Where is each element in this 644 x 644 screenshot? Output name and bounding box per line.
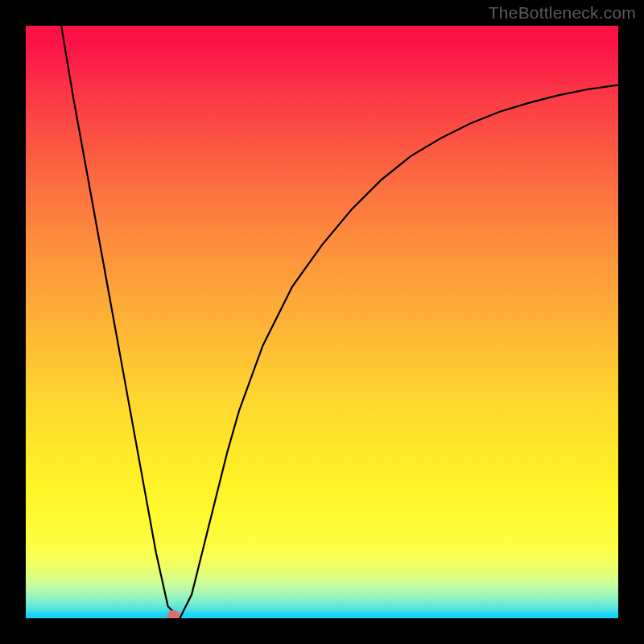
plot-area	[26, 26, 618, 618]
chart-frame: TheBottleneck.com	[0, 0, 644, 644]
watermark: TheBottleneck.com	[489, 3, 636, 23]
curve-layer	[26, 26, 618, 618]
minimum-marker	[167, 610, 180, 618]
bottleneck-curve	[61, 26, 618, 618]
